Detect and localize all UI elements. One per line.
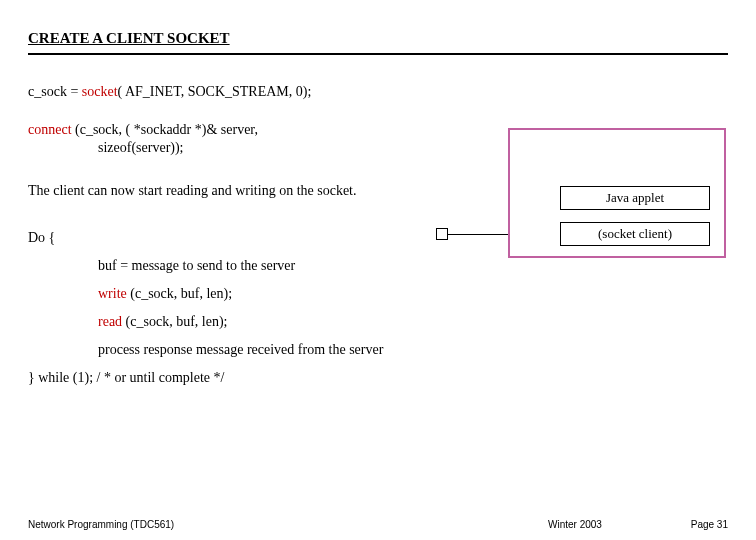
write-args: (c_sock, buf, len); [130,286,232,301]
title-rule [28,53,728,55]
socket-args: ( AF_INET, SOCK_STREAM, 0); [118,84,312,99]
diagram-box-applet: Java applet [560,186,710,210]
read-keyword: read [98,314,126,329]
footer-center: Winter 2003 [548,519,602,530]
socket-keyword: socket [82,84,118,99]
connector-line [448,234,508,235]
socket-prefix: c_sock = [28,84,82,99]
footer-left: Network Programming (TDC561) [28,519,174,530]
write-keyword: write [98,286,130,301]
slide-title: CREATE A CLIENT SOCKET [28,30,728,47]
footer: Network Programming (TDC561) Winter 2003… [28,519,728,530]
footer-right: Page 31 [691,519,728,530]
connect-args1: (c_sock, ( *sockaddr *)& server, [75,122,258,137]
do-process: process response message received from t… [98,342,418,358]
do-read: read (c_sock, buf, len); [98,314,728,330]
connector [436,228,508,242]
while-close: } while (1); / * or until complete */ [28,370,728,386]
diagram-box-client: (socket client) [560,222,710,246]
do-write: write (c_sock, buf, len); [98,286,728,302]
socket-line: c_sock = socket( AF_INET, SOCK_STREAM, 0… [28,83,728,101]
read-args: (c_sock, buf, len); [126,314,228,329]
do-buf: buf = message to send to the server [98,258,728,274]
connector-square-icon [436,228,448,240]
client-description: The client can now start reading and wri… [28,182,408,200]
connect-keyword: connect [28,122,75,137]
diagram-frame: Java applet (socket client) [508,128,726,258]
